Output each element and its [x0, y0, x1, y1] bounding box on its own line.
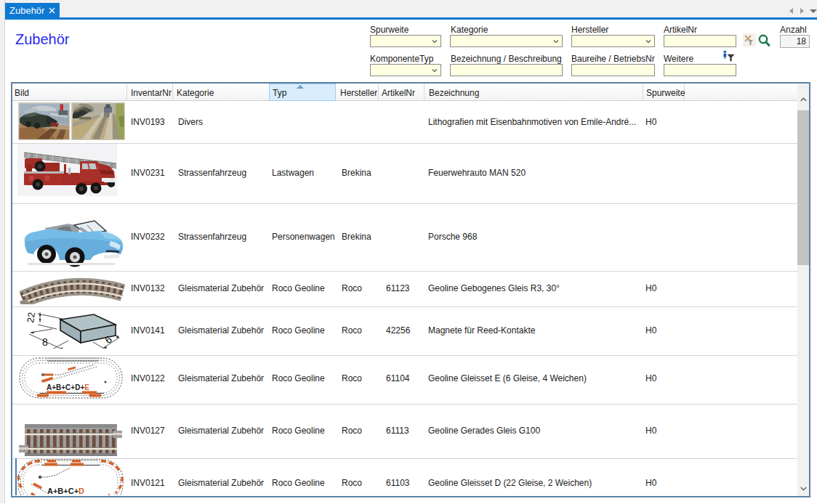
svg-text:A+B+C+D+E: A+B+C+D+E [47, 383, 89, 391]
svg-text:8: 8 [42, 336, 48, 348]
svg-text:22: 22 [25, 312, 37, 323]
svg-text:A+B+C+D: A+B+C+D [47, 487, 84, 495]
